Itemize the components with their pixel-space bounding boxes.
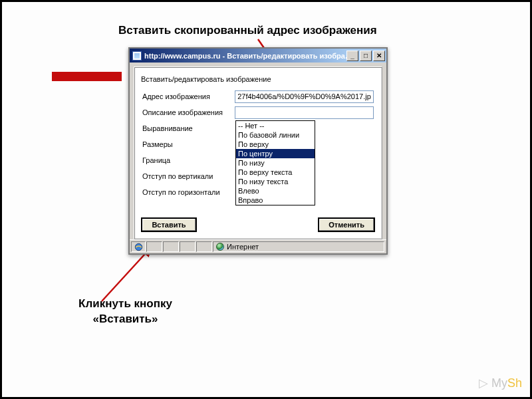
label-alignment: Выравнивание — [142, 124, 235, 132]
alignment-option[interactable]: По низу — [236, 158, 315, 168]
alignment-option[interactable]: По центру — [236, 149, 315, 158]
statusbar: Интернет — [130, 239, 386, 253]
cancel-button[interactable]: Отменить — [318, 217, 375, 232]
status-panel — [163, 241, 179, 252]
decorative-bar — [52, 72, 122, 81]
label-image-desc: Описание изображения — [142, 108, 235, 116]
alignment-option[interactable]: По базовой линии — [236, 130, 315, 140]
page-icon — [132, 51, 142, 61]
alignment-option[interactable]: По верху — [236, 140, 315, 149]
titlebar: http://www.campus.ru - Вставить/редактир… — [130, 49, 386, 63]
status-zone-text: Интернет — [227, 243, 259, 251]
maximize-button[interactable]: □ — [360, 51, 372, 61]
globe-icon — [216, 243, 224, 251]
window-title: http://www.campus.ru - Вставить/редактир… — [144, 52, 346, 60]
label-image-url: Адрес изображения — [142, 92, 235, 100]
slide-frame: Вставить скопированный адрес изображения… — [0, 0, 532, 399]
fieldset: Вставить/редактировать изображение Адрес… — [138, 71, 378, 205]
label-hspace: Отступ по горизонтали — [142, 188, 235, 196]
label-size: Размеры — [142, 140, 235, 148]
status-zone: Интернет — [213, 241, 384, 252]
fieldset-legend: Вставить/редактировать изображение — [138, 71, 378, 88]
label-vspace: Отступ по вертикали — [142, 172, 235, 180]
alignment-option[interactable]: По верху текста — [236, 168, 315, 177]
status-panel — [180, 241, 196, 252]
image-url-input[interactable] — [235, 90, 374, 103]
dialog-window: http://www.campus.ru - Вставить/редактир… — [128, 47, 388, 255]
alignment-dropdown[interactable]: -- Нет --По базовой линииПо верхуПо цент… — [235, 120, 315, 205]
annotation-top: Вставить скопированный адрес изображения — [118, 24, 377, 37]
alignment-option[interactable]: Вправо — [236, 196, 315, 205]
insert-button[interactable]: Вставить — [141, 217, 197, 232]
image-desc-input[interactable] — [235, 106, 374, 119]
close-button[interactable]: ✕ — [373, 51, 385, 61]
alignment-option[interactable]: Влево — [236, 186, 315, 196]
status-panel — [196, 241, 212, 252]
alignment-option[interactable]: По низу текста — [236, 177, 315, 186]
label-border: Граница — [142, 156, 235, 164]
status-panel — [146, 241, 162, 252]
ie-icon — [131, 241, 146, 252]
minimize-button[interactable]: _ — [346, 51, 358, 61]
dialog-body: Вставить/редактировать изображение Адрес… — [134, 66, 382, 239]
watermark: ▷ MySh — [479, 376, 522, 390]
annotation-bottom: Кликнуть кнопку «Вставить» — [78, 297, 172, 327]
svg-line-1 — [102, 247, 152, 301]
alignment-option[interactable]: -- Нет -- — [236, 121, 315, 130]
